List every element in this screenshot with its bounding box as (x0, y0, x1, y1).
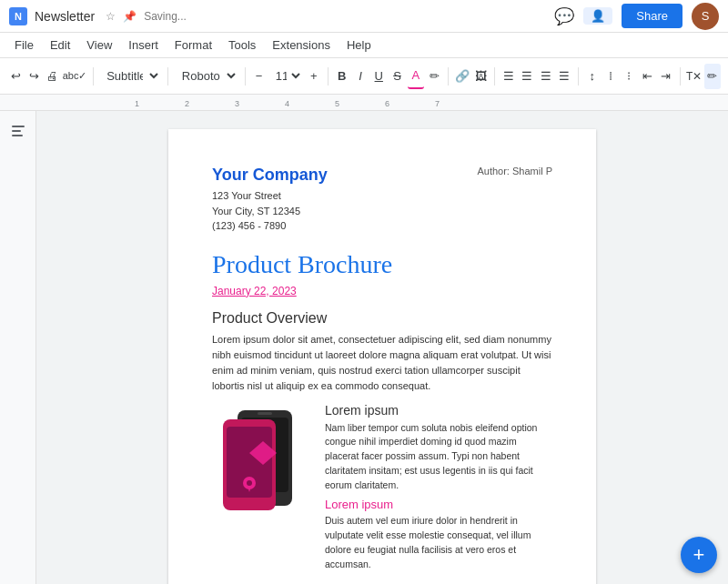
svg-rect-12 (258, 412, 272, 415)
col2-title: Lorem ipsum (325, 498, 552, 511)
ruler-inner: 1 2 3 4 5 6 7 (135, 95, 562, 110)
address-line1: 123 Your Street (212, 188, 552, 204)
numbered-button[interactable]: ⁝ (621, 64, 637, 89)
two-col-section: Lorem ipsum Nam liber tempor cum soluta … (212, 403, 552, 578)
title-bar-actions: ☆ 📌 Saving... (106, 10, 187, 23)
increase-font-button[interactable]: + (306, 64, 322, 89)
saving-status: Saving... (144, 10, 187, 23)
font-size-selector[interactable]: 11 (269, 65, 304, 86)
toolbar-sep-3 (245, 67, 246, 86)
menu-file[interactable]: File (7, 35, 41, 55)
svg-rect-0 (12, 126, 25, 127)
ruler: 1 2 3 4 5 6 7 (0, 95, 728, 111)
avatar[interactable]: S (692, 3, 719, 30)
bullets-button[interactable]: ⁞ (602, 64, 619, 89)
menu-edit[interactable]: Edit (43, 35, 77, 55)
fab-area: + (681, 537, 717, 573)
indent-more-button[interactable]: ⇥ (658, 64, 674, 89)
menu-extensions[interactable]: Extensions (265, 35, 338, 55)
toolbar: ↩ ↪ 🖨 abc✓ Subtitle Roboto − 11 + B I U … (0, 58, 728, 95)
pin-icon[interactable]: 📌 (123, 10, 136, 23)
star-icon[interactable]: ☆ (106, 10, 116, 23)
svg-rect-1 (12, 130, 21, 132)
section1-title: Product Overview (212, 310, 552, 327)
comments-icon[interactable]: 💬 (554, 6, 574, 26)
toolbar-sep-5 (448, 67, 449, 86)
style-selector[interactable]: Subtitle (98, 65, 162, 86)
pen-tool-button[interactable]: ✏ (704, 64, 721, 89)
line-spacing-button[interactable]: ↕ (584, 64, 601, 89)
title-bar-right: 💬 👤 Share S (554, 3, 719, 30)
left-panel (0, 111, 36, 584)
bold-button[interactable]: B (334, 64, 350, 89)
doc-page: Your Company 123 Your Street Your City, … (168, 129, 596, 584)
align-right-button[interactable]: ☰ (537, 64, 553, 89)
font-selector[interactable]: Roboto (174, 65, 239, 86)
link-button[interactable]: 🔗 (454, 64, 470, 89)
main-area: Your Company 123 Your Street Your City, … (0, 111, 728, 584)
col-text: Lorem ipsum Nam liber tempor cum soluta … (325, 403, 552, 578)
image-button[interactable]: 🖼 (472, 64, 489, 89)
address-line3: (123) 456 - 7890 (212, 218, 552, 234)
menu-tools[interactable]: Tools (221, 35, 263, 55)
address-line2: Your City, ST 12345 (212, 204, 552, 219)
title-bar: N Newsletter ☆ 📌 Saving... 💬 👤 Share S (0, 0, 728, 33)
menu-format[interactable]: Format (167, 35, 219, 55)
profile-icon[interactable]: 👤 (583, 7, 612, 25)
share-button[interactable]: Share (622, 4, 682, 28)
company-address: 123 Your Street Your City, ST 12345 (123… (212, 188, 552, 234)
app-icon: N (9, 7, 27, 25)
decrease-font-button[interactable]: − (250, 64, 267, 89)
phone-image (212, 403, 312, 524)
doc-area[interactable]: Your Company 123 Your Street Your City, … (36, 111, 728, 584)
author-line: Author: Shamil P (477, 166, 552, 176)
doc-title[interactable]: Newsletter (35, 9, 95, 24)
toolbar-sep-6 (494, 67, 495, 86)
svg-point-11 (247, 480, 252, 486)
print-button[interactable]: 🖨 (45, 64, 61, 89)
italic-button[interactable]: I (352, 64, 369, 89)
menu-view[interactable]: View (79, 35, 119, 55)
menu-insert[interactable]: Insert (121, 35, 166, 55)
indent-less-button[interactable]: ⇤ (639, 64, 655, 89)
col2-body: Duis autem vel eum iriure dolor in hendr… (325, 514, 552, 571)
toolbar-sep-1 (93, 67, 94, 86)
toolbar-sep-7 (578, 67, 579, 86)
undo-button[interactable]: ↩ (7, 64, 24, 89)
text-color-button[interactable]: A (408, 64, 424, 89)
toolbar-sep-2 (167, 67, 168, 86)
highlight-button[interactable]: ✏ (426, 64, 442, 89)
align-center-button[interactable]: ☰ (519, 64, 535, 89)
col1-title: Lorem ipsum (325, 403, 552, 418)
menu-help[interactable]: Help (339, 35, 379, 55)
menu-bar: File Edit View Insert Format Tools Exten… (0, 33, 728, 58)
clear-format-button[interactable]: T✕ (686, 64, 703, 89)
toolbar-sep-8 (680, 67, 681, 86)
spellcheck-button[interactable]: abc✓ (63, 64, 87, 89)
toolbar-sep-4 (328, 67, 329, 86)
underline-button[interactable]: U (370, 64, 387, 89)
redo-button[interactable]: ↪ (25, 64, 42, 89)
align-justify-button[interactable]: ☰ (556, 64, 572, 89)
doc-title: Product Brochure (212, 250, 552, 279)
outline-icon[interactable] (7, 120, 29, 142)
col1-body: Nam liber tempor cum soluta nobis eleife… (325, 421, 552, 493)
doc-date: January 22, 2023 (212, 285, 552, 297)
svg-rect-2 (12, 135, 23, 136)
fab-button[interactable]: + (681, 537, 717, 573)
align-left-button[interactable]: ☰ (500, 64, 517, 89)
section1-body: Lorem ipsum dolor sit amet, consectetuer… (212, 332, 552, 394)
strikethrough-button[interactable]: S (389, 64, 405, 89)
